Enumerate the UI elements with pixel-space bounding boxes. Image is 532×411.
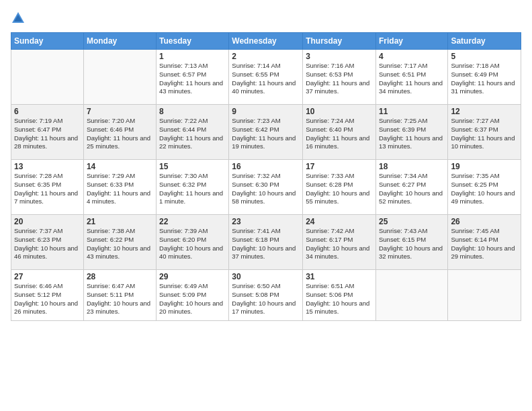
day-info: Sunrise: 6:50 AM Sunset: 5:08 PM Dayligh… xyxy=(232,282,300,316)
calendar-cell: 12Sunrise: 7:27 AM Sunset: 6:37 PM Dayli… xyxy=(448,105,521,160)
calendar-cell: 14Sunrise: 7:29 AM Sunset: 6:33 PM Dayli… xyxy=(83,160,156,215)
day-info: Sunrise: 7:14 AM Sunset: 6:55 PM Dayligh… xyxy=(232,62,300,96)
day-info: Sunrise: 6:46 AM Sunset: 5:12 PM Dayligh… xyxy=(14,282,81,316)
week-row-2: 6Sunrise: 7:19 AM Sunset: 6:47 PM Daylig… xyxy=(11,105,521,160)
day-number: 29 xyxy=(159,272,226,281)
calendar-cell xyxy=(448,270,521,321)
day-info: Sunrise: 6:47 AM Sunset: 5:11 PM Dayligh… xyxy=(87,282,153,316)
day-info: Sunrise: 7:33 AM Sunset: 6:28 PM Dayligh… xyxy=(306,172,373,206)
calendar-cell: 6Sunrise: 7:19 AM Sunset: 6:47 PM Daylig… xyxy=(11,105,84,160)
day-info: Sunrise: 7:38 AM Sunset: 6:22 PM Dayligh… xyxy=(87,227,153,261)
calendar-table: SundayMondayTuesdayWednesdayThursdayFrid… xyxy=(11,32,521,321)
day-info: Sunrise: 7:41 AM Sunset: 6:18 PM Dayligh… xyxy=(232,227,300,261)
day-info: Sunrise: 7:20 AM Sunset: 6:46 PM Dayligh… xyxy=(87,117,153,151)
day-info: Sunrise: 7:25 AM Sunset: 6:39 PM Dayligh… xyxy=(379,117,445,151)
logo xyxy=(11,11,28,26)
calendar-cell: 30Sunrise: 6:50 AM Sunset: 5:08 PM Dayli… xyxy=(229,270,303,321)
day-info: Sunrise: 7:43 AM Sunset: 6:15 PM Dayligh… xyxy=(379,227,445,261)
calendar-cell: 26Sunrise: 7:45 AM Sunset: 6:14 PM Dayli… xyxy=(448,215,521,270)
weekday-header-sunday: Sunday xyxy=(11,33,84,50)
calendar-cell: 5Sunrise: 7:18 AM Sunset: 6:49 PM Daylig… xyxy=(448,50,521,105)
day-number: 6 xyxy=(14,107,81,116)
day-number: 30 xyxy=(232,272,300,281)
week-row-3: 13Sunrise: 7:28 AM Sunset: 6:35 PM Dayli… xyxy=(11,160,521,215)
day-number: 5 xyxy=(451,52,518,61)
day-info: Sunrise: 7:39 AM Sunset: 6:20 PM Dayligh… xyxy=(159,227,226,261)
day-info: Sunrise: 7:18 AM Sunset: 6:49 PM Dayligh… xyxy=(451,62,518,96)
day-info: Sunrise: 7:17 AM Sunset: 6:51 PM Dayligh… xyxy=(379,62,445,96)
week-row-4: 20Sunrise: 7:37 AM Sunset: 6:23 PM Dayli… xyxy=(11,215,521,270)
calendar-cell: 9Sunrise: 7:23 AM Sunset: 6:42 PM Daylig… xyxy=(229,105,303,160)
calendar-cell: 20Sunrise: 7:37 AM Sunset: 6:23 PM Dayli… xyxy=(11,215,84,270)
day-info: Sunrise: 7:23 AM Sunset: 6:42 PM Dayligh… xyxy=(232,117,300,151)
calendar-cell: 7Sunrise: 7:20 AM Sunset: 6:46 PM Daylig… xyxy=(83,105,156,160)
calendar-cell: 3Sunrise: 7:16 AM Sunset: 6:53 PM Daylig… xyxy=(303,50,376,105)
calendar-cell: 28Sunrise: 6:47 AM Sunset: 5:11 PM Dayli… xyxy=(83,270,156,321)
day-number: 18 xyxy=(379,162,445,171)
day-number: 27 xyxy=(14,272,81,281)
day-number: 13 xyxy=(14,162,81,171)
day-info: Sunrise: 7:35 AM Sunset: 6:25 PM Dayligh… xyxy=(451,172,518,206)
day-info: Sunrise: 7:34 AM Sunset: 6:27 PM Dayligh… xyxy=(379,172,445,206)
day-info: Sunrise: 7:42 AM Sunset: 6:17 PM Dayligh… xyxy=(306,227,373,261)
calendar-cell: 2Sunrise: 7:14 AM Sunset: 6:55 PM Daylig… xyxy=(229,50,303,105)
weekday-header-saturday: Saturday xyxy=(448,33,521,50)
day-info: Sunrise: 7:37 AM Sunset: 6:23 PM Dayligh… xyxy=(14,227,81,261)
weekday-header-monday: Monday xyxy=(83,33,156,50)
calendar-cell: 27Sunrise: 6:46 AM Sunset: 5:12 PM Dayli… xyxy=(11,270,84,321)
day-number: 25 xyxy=(379,217,445,226)
day-info: Sunrise: 7:24 AM Sunset: 6:40 PM Dayligh… xyxy=(306,117,373,151)
day-info: Sunrise: 7:19 AM Sunset: 6:47 PM Dayligh… xyxy=(14,117,81,151)
day-number: 15 xyxy=(159,162,226,171)
calendar-cell: 1Sunrise: 7:13 AM Sunset: 6:57 PM Daylig… xyxy=(157,50,229,105)
day-info: Sunrise: 7:45 AM Sunset: 6:14 PM Dayligh… xyxy=(451,227,518,261)
day-number: 21 xyxy=(87,217,153,226)
calendar-cell: 29Sunrise: 6:49 AM Sunset: 5:09 PM Dayli… xyxy=(157,270,229,321)
day-number: 1 xyxy=(159,52,226,61)
day-number: 24 xyxy=(306,217,373,226)
day-number: 12 xyxy=(451,107,518,116)
day-info: Sunrise: 7:27 AM Sunset: 6:37 PM Dayligh… xyxy=(451,117,518,151)
day-number: 3 xyxy=(306,52,373,61)
weekday-header-wednesday: Wednesday xyxy=(229,33,303,50)
day-info: Sunrise: 7:30 AM Sunset: 6:32 PM Dayligh… xyxy=(159,172,226,206)
day-number: 11 xyxy=(379,107,445,116)
day-info: Sunrise: 7:16 AM Sunset: 6:53 PM Dayligh… xyxy=(306,62,373,96)
day-info: Sunrise: 6:51 AM Sunset: 5:06 PM Dayligh… xyxy=(306,282,373,316)
day-number: 17 xyxy=(306,162,373,171)
day-info: Sunrise: 7:29 AM Sunset: 6:33 PM Dayligh… xyxy=(87,172,153,206)
day-info: Sunrise: 7:13 AM Sunset: 6:57 PM Dayligh… xyxy=(159,62,226,96)
calendar-cell: 18Sunrise: 7:34 AM Sunset: 6:27 PM Dayli… xyxy=(375,160,447,215)
calendar-cell xyxy=(375,270,447,321)
day-number: 8 xyxy=(159,107,226,116)
calendar-cell: 16Sunrise: 7:32 AM Sunset: 6:30 PM Dayli… xyxy=(229,160,303,215)
calendar-cell: 11Sunrise: 7:25 AM Sunset: 6:39 PM Dayli… xyxy=(375,105,447,160)
calendar-cell: 15Sunrise: 7:30 AM Sunset: 6:32 PM Dayli… xyxy=(157,160,229,215)
day-number: 31 xyxy=(306,272,373,281)
day-number: 19 xyxy=(451,162,518,171)
calendar-cell: 21Sunrise: 7:38 AM Sunset: 6:22 PM Dayli… xyxy=(83,215,156,270)
day-number: 14 xyxy=(87,162,153,171)
weekday-header-thursday: Thursday xyxy=(303,33,376,50)
calendar-cell: 13Sunrise: 7:28 AM Sunset: 6:35 PM Dayli… xyxy=(11,160,84,215)
calendar-cell: 24Sunrise: 7:42 AM Sunset: 6:17 PM Dayli… xyxy=(303,215,376,270)
calendar-cell: 25Sunrise: 7:43 AM Sunset: 6:15 PM Dayli… xyxy=(375,215,447,270)
calendar-cell xyxy=(11,50,84,105)
day-number: 20 xyxy=(14,217,81,226)
calendar-cell: 31Sunrise: 6:51 AM Sunset: 5:06 PM Dayli… xyxy=(303,270,376,321)
day-info: Sunrise: 7:28 AM Sunset: 6:35 PM Dayligh… xyxy=(14,172,81,206)
day-info: Sunrise: 7:32 AM Sunset: 6:30 PM Dayligh… xyxy=(232,172,300,206)
weekday-header-tuesday: Tuesday xyxy=(157,33,229,50)
day-number: 10 xyxy=(306,107,373,116)
day-number: 2 xyxy=(232,52,300,61)
day-number: 4 xyxy=(379,52,445,61)
weekday-header-friday: Friday xyxy=(375,33,447,50)
calendar-cell: 23Sunrise: 7:41 AM Sunset: 6:18 PM Dayli… xyxy=(229,215,303,270)
day-number: 26 xyxy=(451,217,518,226)
calendar-cell xyxy=(83,50,156,105)
calendar-cell: 4Sunrise: 7:17 AM Sunset: 6:51 PM Daylig… xyxy=(375,50,447,105)
day-number: 23 xyxy=(232,217,300,226)
day-info: Sunrise: 6:49 AM Sunset: 5:09 PM Dayligh… xyxy=(159,282,226,316)
page-header xyxy=(11,11,521,26)
week-row-5: 27Sunrise: 6:46 AM Sunset: 5:12 PM Dayli… xyxy=(11,270,521,321)
